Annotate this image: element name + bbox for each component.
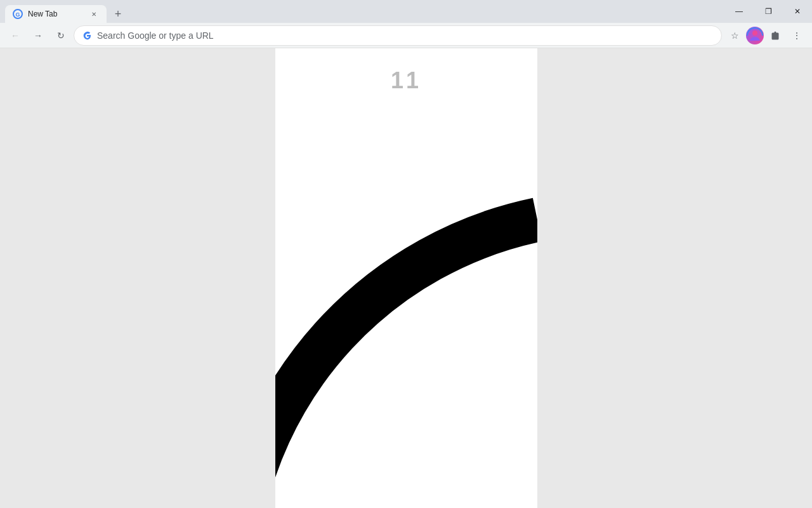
right-sidebar (537, 48, 813, 508)
back-button[interactable]: ← (5, 25, 25, 46)
svg-point-3 (752, 30, 757, 36)
page-area: 11 (0, 48, 812, 508)
extensions-button[interactable] (765, 25, 785, 46)
menu-button[interactable]: ⋮ (787, 25, 807, 46)
svg-text:G: G (15, 11, 20, 18)
bookmark-button[interactable]: ☆ (724, 25, 745, 46)
active-tab[interactable]: G New Tab ✕ (5, 5, 107, 23)
profile-avatar[interactable] (746, 27, 764, 44)
toolbar: ← → ↻ Search Google or type a URL ☆ (0, 23, 812, 48)
game-canvas (275, 48, 537, 508)
address-bar[interactable]: Search Google or type a URL (74, 25, 722, 46)
toolbar-right: ☆ ⋮ (724, 25, 807, 46)
tab-title: New Tab (28, 10, 84, 18)
address-text: Search Google or type a URL (97, 30, 214, 41)
restore-button[interactable]: ❐ (754, 0, 783, 23)
refresh-button[interactable]: ↻ (51, 25, 71, 46)
forward-button[interactable]: → (28, 25, 48, 46)
window-controls: — ❐ ✕ (724, 0, 812, 23)
new-tab-button[interactable]: + (109, 5, 127, 23)
minimize-button[interactable]: — (724, 0, 754, 23)
close-button[interactable]: ✕ (783, 0, 812, 23)
tab-strip: G New Tab ✕ + (0, 0, 127, 23)
game-content[interactable]: 11 (275, 48, 537, 508)
tab-close-button[interactable]: ✕ (89, 9, 99, 19)
score-display: 11 (391, 67, 421, 94)
left-sidebar (0, 48, 275, 508)
google-icon (82, 30, 92, 41)
titlebar: G New Tab ✕ + — ❐ ✕ (0, 0, 812, 23)
tab-favicon: G (13, 9, 23, 19)
